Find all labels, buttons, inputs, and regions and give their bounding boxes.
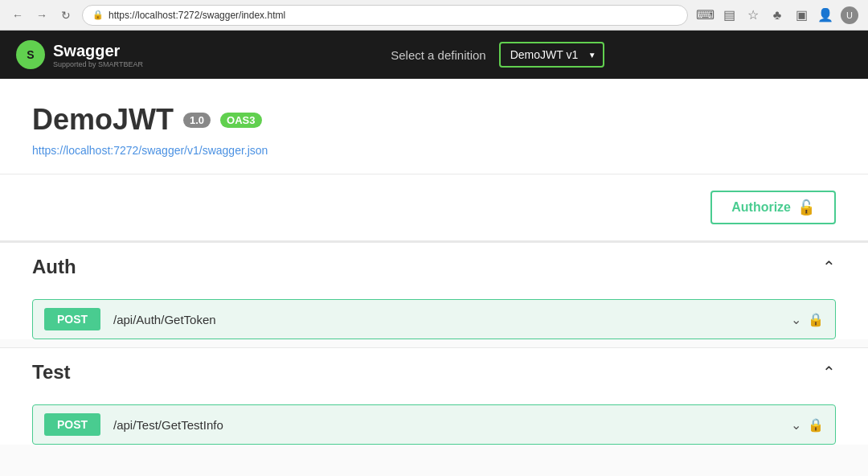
definition-select[interactable]: DemoJWT v1	[499, 42, 604, 68]
swagger-logo-icon: S	[16, 40, 45, 69]
api-info-section: DemoJWT 1.0 OAS3 https://localhost:7272/…	[0, 79, 868, 174]
user-avatar[interactable]: U	[841, 6, 858, 24]
swagger-json-link[interactable]: https://localhost:7272/swagger/v1/swagge…	[32, 144, 268, 157]
version-badge: 1.0	[183, 113, 211, 128]
auth-section: Auth ⌃ POST /api/Auth/GetToken ⌄ 🔒	[0, 242, 868, 339]
translate-icon[interactable]: ⌨	[696, 6, 714, 24]
back-button[interactable]: ←	[10, 7, 26, 23]
test-endpoint-icons: ⌄ 🔒	[791, 417, 824, 433]
ssl-lock-icon: 🔒	[92, 10, 104, 20]
sections-container: Auth ⌃ POST /api/Auth/GetToken ⌄ 🔒 Test …	[0, 242, 868, 445]
select-definition-label: Select a definition	[391, 48, 485, 62]
authorize-button[interactable]: Authorize 🔓	[710, 191, 836, 224]
reader-icon[interactable]: ▤	[720, 6, 738, 24]
bookmark-icon[interactable]: ☆	[744, 6, 762, 24]
auth-section-header[interactable]: Auth ⌃	[0, 242, 868, 291]
test-gettestinfo-path: /api/Test/GetTestInfo	[113, 418, 778, 432]
endpoint-chevron-icon-auth: ⌄	[791, 312, 801, 327]
post-method-badge-test: POST	[44, 413, 100, 436]
test-section-title: Test	[32, 361, 71, 384]
profile-icon[interactable]: 👤	[817, 6, 834, 24]
swagger-logo-text: Swagger Supported by SMARTBEAR	[53, 42, 143, 68]
refresh-button[interactable]: ↻	[58, 7, 74, 23]
swagger-logo: S Swagger Supported by SMARTBEAR	[16, 40, 143, 69]
endpoint-lock-icon-auth: 🔒	[808, 312, 824, 327]
authorize-area: Authorize 🔓	[0, 174, 868, 242]
header-center: Select a definition DemoJWT v1	[143, 42, 852, 68]
extensions-icon[interactable]: ▣	[792, 6, 810, 24]
auth-gettoken-endpoint[interactable]: POST /api/Auth/GetToken ⌄ 🔒	[32, 299, 836, 339]
swagger-subtitle: Supported by SMARTBEAR	[53, 60, 143, 68]
api-title-row: DemoJWT 1.0 OAS3	[32, 103, 836, 137]
definition-select-wrapper[interactable]: DemoJWT v1	[499, 42, 604, 68]
browser-toolbar-icons: ⌨ ▤ ☆ ♣ ▣ 👤 U	[696, 6, 858, 24]
url-text: https://localhost:7272/swagger/index.htm…	[108, 10, 285, 21]
auth-gettoken-path: /api/Auth/GetToken	[113, 313, 778, 326]
swagger-header: S Swagger Supported by SMARTBEAR Select …	[0, 31, 868, 79]
lock-open-icon: 🔓	[797, 199, 815, 216]
api-title: DemoJWT	[32, 103, 174, 137]
test-section-header[interactable]: Test ⌃	[0, 347, 868, 396]
auth-endpoint-icons: ⌄ 🔒	[791, 312, 824, 327]
auth-section-title: Auth	[32, 256, 76, 278]
browser-chrome: ← → ↻ 🔒 https://localhost:7272/swagger/i…	[0, 0, 868, 31]
forward-button[interactable]: →	[34, 7, 50, 23]
test-section: Test ⌃ POST /api/Test/GetTestInfo ⌄ 🔒	[0, 347, 868, 445]
post-method-badge-auth: POST	[44, 308, 100, 330]
test-chevron-icon: ⌃	[822, 363, 836, 382]
authorize-label: Authorize	[731, 200, 791, 215]
address-bar[interactable]: 🔒 https://localhost:7272/swagger/index.h…	[82, 5, 688, 26]
auth-chevron-icon: ⌃	[822, 257, 836, 277]
swagger-title: Swagger	[53, 42, 143, 60]
oas3-badge: OAS3	[220, 113, 261, 128]
test-gettestinfo-endpoint[interactable]: POST /api/Test/GetTestInfo ⌄ 🔒	[32, 404, 836, 445]
favorites-icon[interactable]: ♣	[768, 6, 786, 24]
endpoint-chevron-icon-test: ⌄	[791, 417, 801, 433]
endpoint-lock-icon-test: 🔒	[808, 417, 824, 433]
